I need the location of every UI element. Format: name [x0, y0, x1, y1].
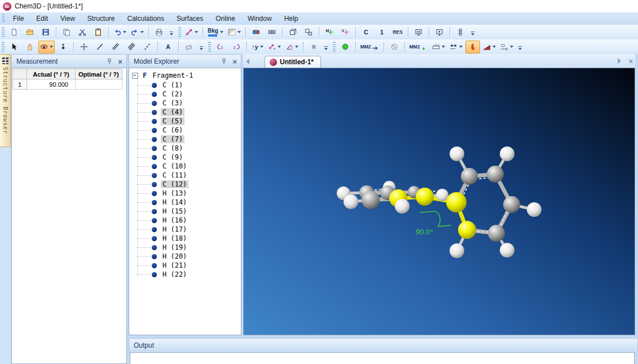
hydrogen-atom[interactable] [436, 189, 448, 201]
run-state-indicator[interactable] [338, 41, 353, 54]
dashed-bond-button[interactable] [140, 41, 155, 54]
measure-distance-button[interactable] [499, 41, 515, 54]
selected-carbon-atom[interactable] [458, 221, 476, 239]
select-tool-button[interactable] [7, 41, 21, 54]
tree-node-c7[interactable]: C (7) [129, 135, 241, 144]
tree-node-h16[interactable]: H (16) [129, 216, 241, 225]
carbon-atom[interactable] [362, 191, 380, 209]
carbon-atom[interactable] [487, 166, 504, 183]
tab-scroll-left-button[interactable] [243, 56, 252, 66]
toolbar-grip-handle[interactable] [2, 27, 5, 37]
show-residues-button[interactable]: RES [390, 26, 405, 39]
background-style-button[interactable] [226, 26, 243, 39]
actual-value-cell[interactable]: 90.000 [27, 79, 76, 90]
toolbar-grip-handle[interactable] [333, 42, 336, 52]
tree-node-h20[interactable]: H (20) [129, 252, 241, 261]
selected-carbon-atom[interactable] [416, 188, 434, 206]
tree-root-fragment[interactable]: FFragment-1 [129, 70, 241, 81]
print-button[interactable] [152, 26, 166, 39]
menu-item-surfaces[interactable]: Surfaces [170, 14, 209, 24]
tree-node-c12[interactable]: C (12) [129, 180, 241, 189]
hydrogen-atom[interactable] [450, 243, 464, 258]
tree-node-h15[interactable]: H (15) [129, 207, 241, 216]
pin-icon[interactable] [105, 57, 114, 66]
show-atom-symbols-button[interactable]: C [359, 26, 373, 39]
tree-node-h21[interactable]: H (21) [129, 261, 241, 270]
demo-mode-button[interactable] [432, 26, 447, 39]
hydrogen-atom[interactable] [450, 147, 464, 161]
selected-carbon-atom[interactable] [446, 192, 467, 212]
full-screen-button[interactable]: F5 [411, 26, 426, 39]
pair-distances-button[interactable] [448, 41, 464, 54]
paste-button[interactable] [91, 26, 105, 39]
multiple-bond-button[interactable] [124, 41, 139, 54]
align-axis-button[interactable]: ↑y [250, 41, 265, 54]
redo-button[interactable] [129, 26, 146, 39]
hydrogen-atom[interactable] [500, 147, 514, 161]
stop-calculation-button[interactable] [387, 41, 402, 54]
single-bond-button[interactable] [93, 41, 107, 54]
measurement-ruler-button[interactable] [430, 41, 447, 54]
tree-node-c8[interactable]: C (8) [129, 144, 241, 153]
bond-style-button[interactable] [183, 26, 200, 39]
tree-node-c11[interactable]: C (11) [129, 171, 241, 180]
menu-grip-handle[interactable] [2, 14, 5, 23]
undo-button[interactable] [112, 26, 128, 39]
dihedral-left-button[interactable]: 3 [213, 41, 228, 54]
toolbar-overflow-button[interactable] [169, 26, 175, 38]
close-icon[interactable]: × [116, 57, 125, 66]
mm2-dynamics-button[interactable]: MM2 [408, 41, 430, 54]
toolbar-overflow-button[interactable] [517, 41, 523, 52]
tree-node-h14[interactable]: H (14) [129, 198, 241, 207]
tree-node-c3[interactable]: C (3) [129, 99, 241, 108]
tree-node-c9[interactable]: C (9) [129, 153, 241, 162]
tree-node-h22[interactable]: H (22) [129, 270, 241, 279]
pin-icon[interactable] [219, 57, 228, 66]
toolbar-overflow-button[interactable] [199, 41, 205, 52]
save-button[interactable] [38, 26, 53, 39]
atom-pair-tool-button[interactable] [266, 41, 283, 54]
menu-item-window[interactable]: Window [241, 14, 278, 24]
tree-node-h19[interactable]: H (19) [129, 243, 241, 252]
output-text-area[interactable] [130, 352, 635, 364]
stereo-pair-button[interactable] [265, 26, 279, 39]
rotate-tool-button[interactable] [38, 41, 55, 54]
tree-node-c6[interactable]: C (6) [129, 126, 241, 135]
menu-item-view[interactable]: View [54, 14, 81, 24]
view-axes-button[interactable]: V [338, 26, 353, 39]
carbon-atom[interactable] [461, 168, 478, 185]
new-button[interactable] [7, 26, 21, 39]
tree-node-c4[interactable]: C (4) [129, 108, 241, 117]
compute-properties-button[interactable] [465, 41, 480, 54]
spin-tool-button[interactable] [56, 41, 71, 54]
menu-item-file[interactable]: File [7, 14, 30, 24]
hydrogen-atom[interactable] [344, 194, 358, 209]
double-bond-button[interactable] [108, 41, 123, 54]
menu-item-structure[interactable]: Structure [81, 14, 121, 24]
menu-item-calculations[interactable]: Calculations [121, 14, 170, 24]
move-objects-button[interactable] [77, 41, 91, 54]
tree-node-h18[interactable]: H (18) [129, 234, 241, 243]
stereo-glasses-button[interactable] [249, 26, 263, 39]
model-display-stack-button[interactable] [453, 26, 468, 39]
model-axes-button[interactable]: M [322, 26, 337, 39]
dihedral-right-button[interactable]: 3 [229, 41, 244, 54]
mm2-minimize-button[interactable]: MM2 [359, 41, 381, 54]
perspective-button[interactable] [285, 26, 300, 39]
model-viewport[interactable]: 90.0° [243, 68, 635, 335]
stop-button[interactable] [306, 41, 321, 54]
toolbar-grip-handle[interactable] [178, 27, 181, 37]
tab-scroll-right-button[interactable] [615, 56, 624, 66]
toolbar-overflow-button[interactable] [323, 41, 329, 52]
text-tool-button[interactable]: A [161, 41, 175, 54]
toolbar-grip-handle[interactable] [2, 42, 5, 52]
menu-item-help[interactable]: Help [278, 14, 305, 24]
tree-node-h17[interactable]: H (17) [129, 225, 241, 234]
tree-node-c2[interactable]: C (2) [129, 90, 241, 99]
chart-button[interactable] [481, 41, 498, 54]
tree-collapse-icon[interactable] [132, 73, 138, 79]
toolbar-overflow-button[interactable] [470, 26, 476, 38]
menu-item-online[interactable]: Online [209, 14, 241, 24]
carbon-atom[interactable] [503, 196, 520, 213]
show-serial-numbers-button[interactable]: 1 [375, 26, 389, 39]
